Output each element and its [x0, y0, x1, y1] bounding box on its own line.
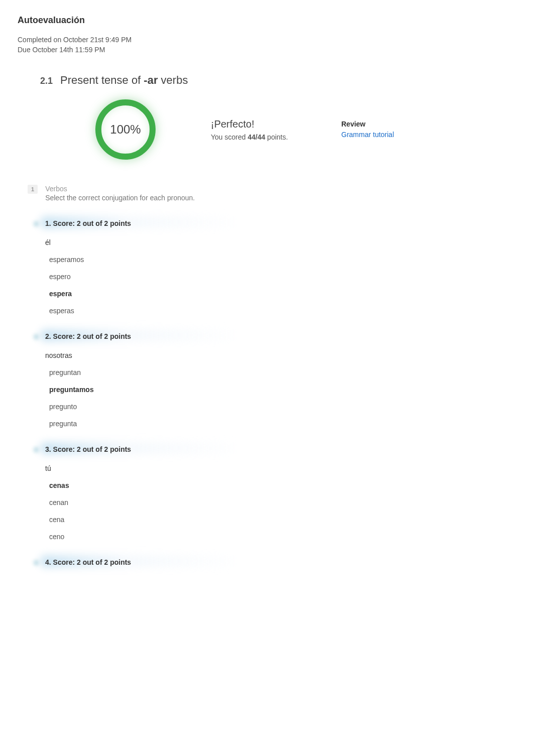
group-name: Verbos — [45, 185, 195, 193]
question-score: 4. Score: 2 out of 2 points — [45, 558, 515, 566]
completed-status: Completed on October 21st 9:49 PM — [18, 36, 515, 44]
answer-option[interactable]: cenas — [49, 481, 515, 489]
feedback-headline: ¡Perfecto! — [211, 118, 341, 130]
options-list: esperamosesperoesperaesperas — [45, 256, 515, 315]
answer-option[interactable]: espero — [49, 273, 515, 281]
question-score: 2. Score: 2 out of 2 points — [45, 332, 515, 340]
score-row: 100% ¡Perfecto! You scored 44/44 points.… — [18, 99, 515, 160]
group-text: Verbos Select the correct conjugation fo… — [45, 185, 195, 202]
feedback-points: You scored 44/44 points. — [211, 133, 341, 141]
answer-option[interactable]: ceno — [49, 533, 515, 541]
review-label: Review — [341, 120, 442, 128]
status-dot-icon — [33, 446, 40, 453]
section-header: 2.1 Present tense of -ar verbs — [18, 74, 515, 87]
question-block: 4. Score: 2 out of 2 points — [18, 558, 515, 566]
answer-option[interactable]: espera — [49, 290, 515, 298]
question-score: 3. Score: 2 out of 2 points — [45, 445, 515, 453]
question-pronoun: tú — [45, 464, 515, 472]
points-pre: You scored — [211, 133, 247, 141]
highlight-gradient — [40, 216, 327, 228]
options-list: cenascenancenaceno — [45, 481, 515, 541]
grammar-tutorial-link[interactable]: Grammar tutorial — [341, 131, 394, 139]
question-group: 1 Verbos Select the correct conjugation … — [18, 185, 515, 202]
section-title-bold: -ar — [144, 74, 158, 86]
answer-option[interactable]: preguntamos — [49, 386, 515, 394]
answer-option[interactable]: pregunto — [49, 403, 515, 411]
question-block: 3. Score: 2 out of 2 pointstúcenascenanc… — [18, 445, 515, 541]
points-post: points. — [265, 133, 288, 141]
answer-option[interactable]: esperas — [49, 307, 515, 315]
answer-option[interactable]: cena — [49, 516, 515, 524]
section-number: 2.1 — [40, 76, 53, 86]
highlight-gradient — [40, 555, 327, 567]
answer-option[interactable]: preguntan — [49, 368, 515, 376]
score-circle: 100% — [95, 99, 156, 160]
page-title: Autoevaluación — [18, 15, 515, 26]
section-title: Present tense of -ar verbs — [60, 74, 188, 87]
review-col: Review Grammar tutorial — [341, 120, 442, 139]
group-desc: Select the correct conjugation for each … — [45, 194, 195, 202]
points-bold: 44/44 — [247, 133, 265, 141]
answer-option[interactable]: cenan — [49, 498, 515, 507]
group-badge: 1 — [28, 185, 38, 194]
question-pronoun: nosotras — [45, 351, 515, 359]
feedback-col: ¡Perfecto! You scored 44/44 points. — [211, 118, 341, 141]
section-title-pre: Present tense of — [60, 74, 144, 86]
question-block: 1. Score: 2 out of 2 pointsélesperamoses… — [18, 219, 515, 315]
status-dot-icon — [33, 559, 40, 566]
section-title-post: verbs — [158, 74, 188, 86]
status-dot-icon — [33, 333, 40, 340]
options-list: preguntanpreguntamospreguntopregunta — [45, 368, 515, 428]
highlight-gradient — [40, 329, 327, 341]
highlight-gradient — [40, 442, 327, 454]
status-dot-icon — [33, 220, 40, 227]
answer-option[interactable]: esperamos — [49, 256, 515, 264]
score-circle-wrap: 100% — [40, 99, 211, 160]
answer-option[interactable]: pregunta — [49, 420, 515, 428]
question-pronoun: él — [45, 238, 515, 246]
score-percent: 100% — [110, 122, 141, 137]
due-status: Due October 14th 11:59 PM — [18, 46, 515, 54]
question-score: 1. Score: 2 out of 2 points — [45, 219, 515, 227]
question-block: 2. Score: 2 out of 2 pointsnosotraspregu… — [18, 332, 515, 428]
